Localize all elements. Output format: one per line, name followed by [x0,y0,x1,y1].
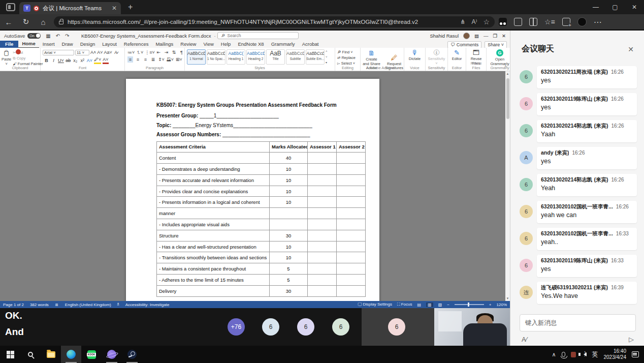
undo-icon[interactable]: ↶ [56,33,60,39]
voice-search-icon[interactable]: ⋔ [460,18,465,25]
chat-close-icon[interactable]: ✕ [628,45,634,53]
edge-taskbar-button[interactable] [61,346,81,363]
style-no-spacing[interactable]: AaBbCcDd1 No Spac... [207,49,226,65]
planet-app-taskbar-button[interactable] [102,346,122,363]
paste-button[interactable]: 📋︎Paste˅ [0,49,13,67]
scrollbar-thumb[interactable] [506,78,509,119]
sort-icon[interactable]: ⇅ [171,49,177,55]
zoom-out-icon[interactable]: − [447,302,449,307]
chat-message[interactable]: 6 632013020102国机一班李青...16:33yeah.. [520,228,637,250]
browser-menu-icon[interactable]: ⋯ [594,17,602,27]
tab-file[interactable]: File [0,41,18,48]
file-explorer-button[interactable] [41,346,61,363]
chat-message[interactable]: 6 632013020119陈珲山 (来宾)16:26yes [520,93,637,115]
grow-font-icon[interactable]: A˄ [90,49,96,55]
reaction-badge[interactable]: 6 [297,318,314,336]
chat-message-input[interactable]: 键入新消息 [520,314,636,331]
steam-taskbar-button[interactable] [122,346,142,363]
home-icon[interactable]: ⌂ [35,18,52,26]
tab-home[interactable]: Home [18,40,39,48]
strikethrough-icon[interactable]: ab [66,57,71,64]
back-icon[interactable]: ← [0,18,17,26]
send-icon[interactable]: ▷ [629,336,634,343]
ime-indicator[interactable]: 英 [592,350,598,359]
kook-taskbar-button[interactable]: KOOK [81,346,102,363]
address-bar[interactable]: https://teams.microsoft.com/_#/pre-join-… [54,16,495,27]
action-center-icon[interactable] [632,351,639,357]
chat-message[interactable]: 6 632013020102国机一班李青...16:26yeah we can [520,201,637,223]
page-indicator[interactable]: Page 1 of 2 [3,302,24,307]
display-settings-button[interactable]: 🖵 Display Settings [358,302,392,307]
text-effects-icon[interactable]: A˅ [87,57,92,64]
chat-message[interactable]: A andy (来宾)16:26yes [520,147,637,169]
tab-insert[interactable]: Insert [39,41,58,48]
font-name-combobox[interactable]: Arial ˅ [43,50,74,55]
chat-message[interactable]: 6 632013020214郭志凯 (来宾)16:26Yaah [520,120,637,142]
word-restore-button[interactable]: ❐ [493,33,498,39]
ribbon-display-icon[interactable]: ▤ [474,33,479,39]
tab-draw[interactable]: Draw [58,41,77,48]
start-button[interactable] [0,346,20,363]
tab-design[interactable]: Design [77,41,99,48]
replace-button[interactable]: ⇄ Replace [337,55,360,60]
zoom-in-icon[interactable]: + [489,302,492,307]
style-normal[interactable]: AaBbCcDd1 Normal [187,49,206,65]
url-text[interactable]: https://teams.microsoft.com/_#/pre-join-… [68,19,454,25]
tray-microphone-icon[interactable] [562,352,565,357]
split-screen-icon[interactable] [529,18,537,26]
highlight-icon[interactable]: 🖉˅ [94,56,101,64]
read-aloud-icon[interactable]: A⁾ [471,18,477,25]
collections-icon[interactable] [562,18,570,26]
styles-scroll-up-icon[interactable]: ˄ [326,50,328,53]
favorite-star-icon[interactable]: ☆ [483,18,490,26]
tab-close-icon[interactable]: ✕ [112,5,117,12]
autosave-toggle[interactable]: On [27,33,41,39]
browser-tab-teams[interactable]: T 会议 | Microsoft Teams ✕ [19,2,121,14]
web-layout-icon[interactable]: ▧ [438,302,442,307]
tab-mailings[interactable]: Mailings [152,41,177,48]
numbering-icon[interactable]: ⒈˅ [136,49,143,55]
justify-icon[interactable]: ≣ [150,56,156,63]
styles-scroll-down-icon[interactable]: ˅ [326,55,328,58]
style-heading1[interactable]: AaBbC(Heading 1 [227,49,245,65]
underline-icon[interactable]: U˅ [58,57,64,64]
style-heading2[interactable]: AaBbCcDHeading 2 [246,49,265,65]
align-right-icon[interactable]: ≡ [143,56,148,63]
read-mode-icon[interactable]: ▤ [417,302,422,307]
styles-more-icon[interactable]: ▾ [326,60,328,64]
find-button[interactable]: 🔎︎ Find ˅ [337,50,360,55]
zoom-level[interactable]: 120% [497,302,507,307]
proofing-icon[interactable]: 🗉 [55,302,59,307]
document-page[interactable]: KB5007: Energy System Groups Presentatio… [126,79,379,301]
word-close-button[interactable]: ✕ [502,33,506,39]
reaction-badge[interactable]: +76 [228,318,245,336]
print-layout-icon[interactable]: ▥ [426,302,433,307]
style-title[interactable]: AaBTitle [266,49,285,65]
change-case-icon[interactable]: Aa˅ [104,49,112,55]
tab-view[interactable]: View [200,41,217,48]
reaction-badge[interactable]: 6 [388,318,405,336]
bold-icon[interactable]: B [44,57,49,64]
taskbar-clock[interactable]: 16:40 2023/4/24 [604,348,627,361]
italic-icon[interactable]: I [51,57,56,64]
open-grammarly-button[interactable]: GOpen Grammarly [487,48,513,67]
document-scrollbar[interactable]: ▲ ▼ [505,71,510,301]
tab-list-icon[interactable] [6,3,15,11]
share-button[interactable]: Share ˅ [485,41,507,48]
increase-indent-icon[interactable]: ⇥ [164,49,169,55]
presenter-video-thumbnail[interactable] [434,308,510,346]
focus-button[interactable]: ⛶ Focus [397,302,412,307]
editor-button[interactable]: ✎Editor [448,48,466,63]
scroll-up-icon[interactable]: ▲ [505,72,510,75]
word-minimize-button[interactable]: — [484,33,489,39]
shading-icon[interactable]: 🗳˅ [167,56,174,63]
format-icon[interactable]: A⁄ [522,336,527,343]
favorites-bar-icon[interactable]: ☆≡ [544,18,555,26]
extensions-icon[interactable] [514,18,522,26]
bullets-icon[interactable]: ≔˅ [127,49,134,55]
borders-icon[interactable]: ⊞˅ [176,56,182,63]
redo-icon[interactable]: ↷ [65,33,69,39]
tab-help[interactable]: Help [217,41,235,48]
chat-message[interactable]: 6 632013020214郭志凯 (来宾)16:26Yeah [520,174,637,196]
tray-app-icon[interactable] [571,352,576,357]
